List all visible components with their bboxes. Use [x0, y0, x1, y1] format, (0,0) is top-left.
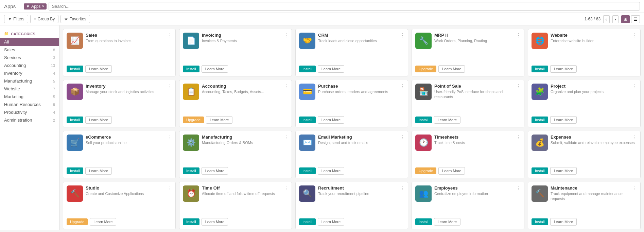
- install-button-expenses[interactable]: Install: [532, 167, 548, 174]
- app-name-ecommerce: eCommerce: [86, 135, 172, 140]
- app-desc-email: Design, send and track emails: [318, 140, 404, 145]
- learn-button-employees[interactable]: Learn More: [434, 218, 460, 226]
- upgrade-button-mrp[interactable]: Upgrade: [415, 66, 436, 72]
- card-menu-crm[interactable]: ⋮: [400, 32, 405, 38]
- filters-button[interactable]: ▼ Filters: [4, 15, 28, 23]
- groupby-button[interactable]: ≡ Group By: [30, 15, 59, 23]
- sidebar-item-inventory[interactable]: Inventory4: [0, 69, 59, 77]
- card-menu-recruitment[interactable]: ⋮: [400, 185, 405, 191]
- upgrade-button-studio[interactable]: Upgrade: [67, 218, 88, 225]
- sidebar: 📁 CATEGORIES AllSales8Services3Accountin…: [0, 25, 59, 230]
- search-tag-close[interactable]: ✕: [42, 4, 45, 8]
- sidebar-item-services[interactable]: Services3: [0, 54, 59, 61]
- sidebar-item-accounting[interactable]: Accounting13: [0, 61, 59, 69]
- favorites-button[interactable]: ★ Favorites: [60, 15, 90, 23]
- card-menu-sales[interactable]: ⋮: [167, 32, 173, 38]
- install-button-maintenance[interactable]: Install: [532, 218, 548, 225]
- install-button-manufacturing[interactable]: Install: [183, 167, 199, 174]
- learn-button-crm[interactable]: Learn More: [318, 65, 344, 73]
- app-desc-website: Enterprise website builder: [551, 38, 637, 43]
- sidebar-item-human-resources[interactable]: Human Resources9: [0, 101, 59, 108]
- sidebar-item-marketing[interactable]: Marketing5: [0, 93, 59, 101]
- install-button-ecommerce[interactable]: Install: [67, 167, 83, 174]
- search-input[interactable]: [49, 2, 640, 11]
- app-card-header: 💳 Purchase Purchase orders, tenders and …: [299, 84, 404, 100]
- sidebar-item-manufacturing[interactable]: Manufacturing5: [0, 77, 59, 85]
- app-desc-invoicing: Invoices & Payments: [202, 38, 288, 43]
- grid-view-button[interactable]: ⊞: [621, 15, 630, 23]
- prev-page-button[interactable]: ‹: [603, 15, 609, 23]
- install-button-invoicing[interactable]: Install: [183, 66, 199, 72]
- upgrade-button-accounting[interactable]: Upgrade: [183, 117, 204, 123]
- card-menu-employees[interactable]: ⋮: [516, 185, 521, 191]
- card-menu-pos[interactable]: ⋮: [516, 83, 521, 89]
- card-menu-email[interactable]: ⋮: [400, 134, 405, 140]
- learn-button-ecommerce[interactable]: Learn More: [85, 167, 112, 175]
- card-menu-expenses[interactable]: ⋮: [632, 134, 638, 140]
- learn-button-mrp[interactable]: Learn More: [438, 65, 465, 73]
- app-card-footer-purchase: Install Learn More: [299, 116, 404, 124]
- card-menu-timesheets[interactable]: ⋮: [516, 134, 521, 140]
- install-button-sales[interactable]: Install: [67, 66, 83, 72]
- sidebar-item-productivity[interactable]: Productivity4: [0, 108, 59, 116]
- card-menu-ecommerce[interactable]: ⋮: [167, 134, 173, 140]
- learn-button-expenses[interactable]: Learn More: [550, 167, 577, 175]
- learn-button-maintenance[interactable]: Learn More: [550, 218, 577, 226]
- learn-button-email[interactable]: Learn More: [318, 167, 344, 175]
- install-button-employees[interactable]: Install: [415, 218, 432, 225]
- app-name-manufacturing: Manufacturing: [202, 135, 288, 140]
- search-tag[interactable]: ▼ Apps ✕: [24, 3, 47, 10]
- install-button-email[interactable]: Install: [299, 167, 316, 174]
- install-button-recruitment[interactable]: Install: [299, 218, 316, 225]
- install-button-pos[interactable]: Install: [415, 117, 432, 123]
- app-card-footer-inventory: Install Learn More: [67, 116, 172, 124]
- card-menu-project[interactable]: ⋮: [632, 83, 638, 89]
- sidebar-item-count: 3: [53, 56, 55, 60]
- install-button-website[interactable]: Install: [532, 66, 548, 72]
- sidebar-item-administration[interactable]: Administration2: [0, 116, 59, 124]
- list-view-button[interactable]: ☰: [631, 15, 640, 23]
- sidebar-item-sales[interactable]: Sales8: [0, 46, 59, 54]
- learn-button-pos[interactable]: Learn More: [434, 116, 460, 124]
- install-button-crm[interactable]: Install: [299, 66, 316, 72]
- app-card-footer-website: Install Learn More: [532, 65, 637, 73]
- upgrade-button-timesheets[interactable]: Upgrade: [415, 167, 436, 174]
- card-menu-accounting[interactable]: ⋮: [283, 83, 289, 89]
- app-name-mrp: MRP II: [434, 33, 521, 38]
- learn-button-timesheets[interactable]: Learn More: [438, 167, 465, 175]
- install-button-timeoff[interactable]: Install: [183, 218, 199, 225]
- sidebar-item-all[interactable]: All: [0, 38, 59, 46]
- card-menu-timeoff[interactable]: ⋮: [283, 185, 289, 191]
- app-name-pos: Point of Sale: [434, 84, 521, 89]
- app-info-employees: Employees Centralize employee informatio…: [434, 185, 521, 196]
- learn-button-manufacturing[interactable]: Learn More: [202, 167, 228, 175]
- learn-button-recruitment[interactable]: Learn More: [318, 218, 344, 226]
- learn-button-studio[interactable]: Learn More: [90, 218, 116, 226]
- card-menu-manufacturing[interactable]: ⋮: [283, 134, 289, 140]
- learn-button-accounting[interactable]: Learn More: [206, 116, 232, 124]
- learn-button-project[interactable]: Learn More: [550, 116, 577, 124]
- app-name-expenses: Expenses: [551, 135, 637, 140]
- learn-button-timeoff[interactable]: Learn More: [202, 218, 228, 226]
- card-menu-inventory[interactable]: ⋮: [167, 83, 173, 89]
- learn-button-inventory[interactable]: Learn More: [85, 116, 112, 124]
- learn-button-purchase[interactable]: Learn More: [318, 116, 344, 124]
- learn-button-invoicing[interactable]: Learn More: [202, 65, 228, 73]
- install-button-project[interactable]: Install: [532, 117, 548, 123]
- card-menu-purchase[interactable]: ⋮: [400, 83, 405, 89]
- card-menu-invoicing[interactable]: ⋮: [283, 32, 289, 38]
- app-icon-website: 🌐: [532, 33, 548, 49]
- learn-button-website[interactable]: Learn More: [550, 65, 577, 73]
- sidebar-item-website[interactable]: Website7: [0, 85, 59, 93]
- learn-button-sales[interactable]: Learn More: [85, 65, 112, 73]
- install-button-inventory[interactable]: Install: [67, 117, 83, 123]
- install-button-purchase[interactable]: Install: [299, 117, 316, 123]
- sidebar-item-count: 4: [53, 71, 55, 75]
- app-card-header: 📈 Sales From quotations to invoices: [67, 33, 172, 49]
- card-menu-maintenance[interactable]: ⋮: [632, 185, 638, 191]
- card-menu-studio[interactable]: ⋮: [167, 185, 173, 191]
- card-menu-mrp[interactable]: ⋮: [516, 32, 521, 38]
- app-card-header: 🌐 Website Enterprise website builder: [532, 33, 637, 49]
- next-page-button[interactable]: ›: [612, 15, 619, 23]
- card-menu-website[interactable]: ⋮: [632, 32, 638, 38]
